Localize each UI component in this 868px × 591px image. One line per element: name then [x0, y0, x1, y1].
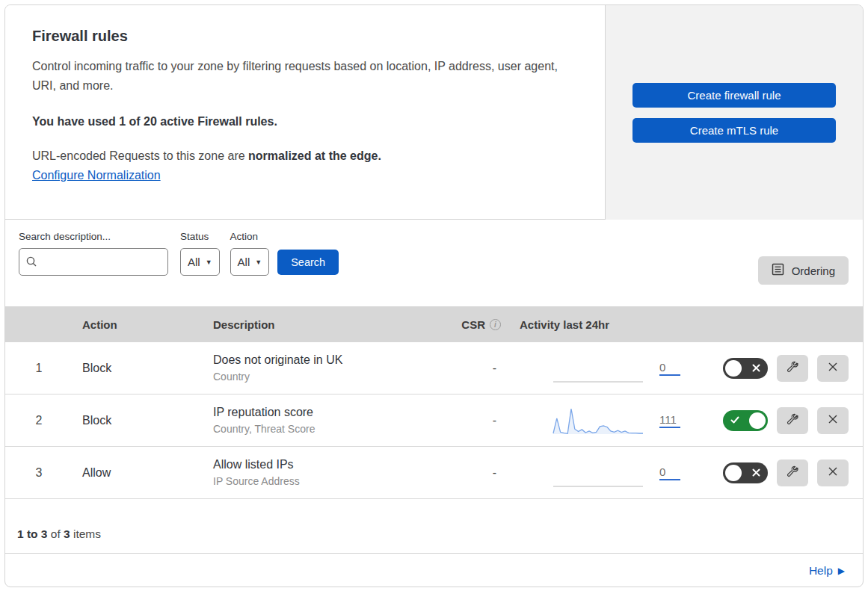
rule-action: Block — [73, 414, 203, 427]
rule-fields: Country — [213, 371, 443, 383]
action-label: Action — [230, 231, 270, 242]
close-icon — [827, 465, 839, 480]
activity-count-link[interactable]: 111 — [659, 413, 680, 428]
rule-enabled-toggle[interactable] — [723, 358, 768, 379]
normalization-bold: normalized at the edge. — [248, 149, 381, 162]
rule-priority: 1 — [5, 362, 73, 375]
rule-action: Allow — [73, 466, 203, 480]
create-firewall-rule-button[interactable]: Create firewall rule — [632, 83, 836, 108]
page-title: Firewall rules — [32, 28, 578, 45]
delete-rule-button[interactable] — [817, 407, 849, 434]
wrench-icon — [787, 361, 799, 376]
usage-note: You have used 1 of 20 active Firewall ru… — [32, 115, 578, 129]
chevron-down-icon: ▼ — [206, 259, 212, 266]
wrench-icon — [787, 465, 799, 480]
activity-count-link[interactable]: 0 — [659, 465, 680, 480]
status-label: Status — [180, 231, 220, 242]
firewall-rules-card: Firewall rules Control incoming traffic … — [4, 4, 864, 587]
help-bar: Help ▶ — [5, 553, 863, 587]
rule-priority: 2 — [5, 414, 73, 427]
edit-rule-button[interactable] — [777, 460, 808, 486]
rule-fields: IP Source Address — [213, 475, 443, 487]
configure-normalization-link[interactable]: Configure Normalization — [32, 169, 161, 182]
status-dropdown[interactable]: All ▼ — [180, 248, 220, 276]
rule-action: Block — [73, 362, 203, 375]
search-icon — [25, 256, 37, 270]
info-icon[interactable]: i — [490, 319, 501, 330]
toggle-knob — [725, 465, 742, 481]
rule-description: Does not originate in UK — [213, 353, 443, 367]
search-input[interactable] — [19, 248, 168, 276]
normalization-prefix: URL-encoded Requests to this zone are — [32, 149, 248, 162]
activity-sparkline — [552, 353, 644, 384]
column-header-activity: Activity last 24hr — [510, 318, 680, 331]
toggle-state-icon — [751, 467, 761, 480]
column-header-csr: CSR i — [452, 318, 510, 331]
toggle-knob — [725, 360, 742, 377]
rule-priority: 3 — [5, 466, 73, 480]
action-dropdown[interactable]: All ▼ — [230, 248, 270, 276]
rule-fields: Country, Threat Score — [213, 423, 443, 435]
hero-actions-panel: Create firewall rule Create mTLS rule — [606, 5, 863, 220]
page-description: Control incoming traffic to your zone by… — [32, 57, 578, 96]
close-icon — [827, 361, 839, 375]
column-header-description: Description — [203, 318, 443, 331]
wrench-icon — [787, 413, 799, 428]
close-icon — [827, 413, 839, 427]
ordering-button-label: Ordering — [792, 264, 835, 277]
activity-count-link[interactable]: 0 — [659, 361, 680, 376]
hero-section: Firewall rules Control incoming traffic … — [5, 5, 863, 220]
toggle-state-icon — [751, 362, 761, 376]
arrow-right-icon[interactable]: ▶ — [838, 566, 845, 576]
activity-sparkline — [552, 457, 644, 489]
column-header-action: Action — [73, 318, 203, 331]
of-text: of — [47, 527, 64, 540]
range-text: 1 to 3 — [17, 527, 47, 540]
toggle-knob — [749, 412, 766, 429]
rule-enabled-toggle[interactable] — [723, 410, 768, 431]
list-document-icon — [772, 263, 784, 278]
hero-text-panel: Firewall rules Control incoming traffic … — [5, 5, 606, 220]
edit-rule-button[interactable] — [777, 355, 808, 382]
rule-csr-value: - — [493, 466, 510, 480]
table-row: 1 Block Does not originate in UK Country… — [5, 342, 863, 394]
items-text: items — [70, 527, 101, 540]
rule-description: Allow listed IPs — [213, 458, 443, 471]
rule-csr-value: - — [493, 414, 510, 427]
filter-bar: Search description... Status All ▼ Actio… — [5, 220, 863, 306]
rule-enabled-toggle[interactable] — [723, 462, 768, 483]
search-label: Search description... — [19, 231, 168, 242]
delete-rule-button[interactable] — [817, 355, 849, 382]
action-dropdown-value: All — [238, 256, 250, 268]
toggle-state-icon — [730, 415, 740, 428]
normalization-note: URL-encoded Requests to this zone are no… — [32, 149, 578, 163]
csr-header-label: CSR — [461, 318, 485, 331]
create-mtls-rule-button[interactable]: Create mTLS rule — [632, 118, 836, 143]
help-link[interactable]: Help — [809, 564, 833, 578]
rule-csr-value: - — [493, 362, 510, 375]
table-header: Action Description CSR i Activity last 2… — [5, 306, 863, 342]
table-row: 2 Block IP reputation score Country, Thr… — [5, 394, 863, 447]
delete-rule-button[interactable] — [817, 460, 849, 486]
table-row: 3 Allow Allow listed IPs IP Source Addre… — [5, 447, 863, 499]
pagination-summary: 1 to 3 of 3 items — [5, 499, 863, 553]
total-count: 3 — [64, 527, 70, 540]
status-dropdown-value: All — [188, 256, 200, 268]
edit-rule-button[interactable] — [777, 407, 808, 434]
ordering-button[interactable]: Ordering — [758, 256, 849, 285]
rule-description: IP reputation score — [213, 406, 443, 419]
activity-sparkline — [552, 405, 644, 436]
chevron-down-icon: ▼ — [255, 259, 262, 266]
search-button[interactable]: Search — [277, 250, 339, 275]
